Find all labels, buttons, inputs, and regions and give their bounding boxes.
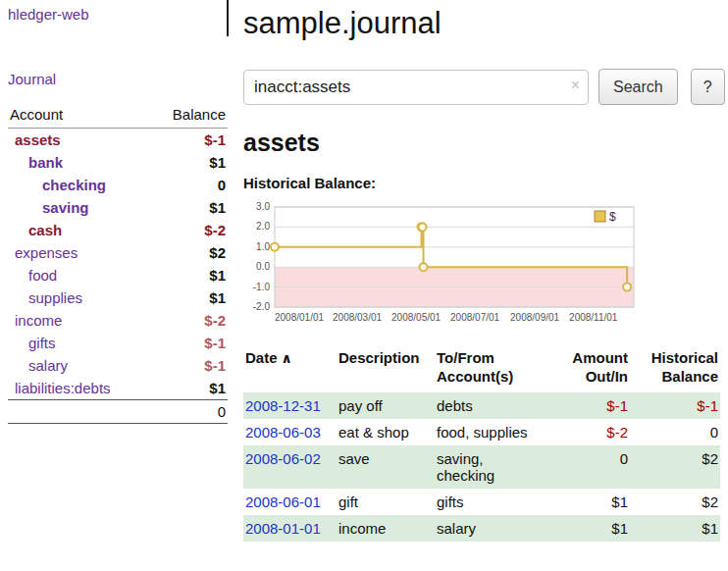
transaction-accounts: salary	[435, 515, 557, 542]
svg-text:2008/07/01: 2008/07/01	[450, 312, 499, 323]
account-link[interactable]: assets	[15, 131, 61, 148]
transaction-balance: 0	[630, 419, 720, 445]
historical-balance-chart: 3.02.01.00.0-1.0-2.02008/01/012008/03/01…	[243, 199, 638, 331]
account-heading: assets	[243, 129, 720, 156]
sidebar: hledger-web Journal Account Balance asse…	[0, 0, 235, 430]
transaction-description: save	[337, 445, 435, 489]
clear-search-icon[interactable]: ×	[571, 78, 580, 93]
register-row: 2008-01-01 income salary $1 $1	[243, 515, 720, 542]
transaction-date-link[interactable]: 2008-01-01	[245, 520, 321, 537]
register-row: 2008-06-02 save saving, checking 0 $2	[243, 445, 720, 489]
register-table: Date∧ Description To/From Account(s) Amo…	[243, 346, 720, 542]
svg-text:0.0: 0.0	[256, 261, 270, 272]
search-bar: × Search ?	[243, 69, 720, 105]
register-row: 2008-06-01 gift gifts $1 $2	[243, 489, 720, 515]
account-link[interactable]: food	[28, 267, 57, 284]
accounts-col-balance: Balance	[150, 104, 228, 129]
register-col-amount: Amount Out/In	[557, 346, 630, 392]
accounts-total-row: 0	[8, 400, 228, 424]
svg-text:2008/01/01: 2008/01/01	[275, 312, 324, 323]
account-row-assets: assets $-1	[8, 129, 228, 152]
account-row-checking: checking 0	[8, 174, 228, 196]
svg-text:2008/03/01: 2008/03/01	[333, 312, 382, 323]
transaction-balance: $-1	[630, 392, 720, 419]
chart-title: Historical Balance:	[243, 175, 720, 191]
transaction-amount: $1	[557, 489, 630, 515]
svg-text:2008/11/01: 2008/11/01	[569, 312, 618, 323]
transaction-accounts: debts	[435, 392, 557, 419]
account-row-food: food $1	[8, 264, 228, 286]
account-row-gifts: gifts $-1	[8, 332, 228, 354]
register-col-date[interactable]: Date∧	[243, 346, 337, 392]
transaction-balance: $1	[630, 515, 720, 542]
account-row-income: income $-2	[8, 309, 228, 332]
transaction-accounts: gifts	[435, 489, 557, 515]
account-link[interactable]: gifts	[28, 335, 56, 351]
sidebar-top-divider	[227, 0, 229, 36]
account-balance: $-1	[150, 129, 228, 152]
account-row-bank: bank $1	[8, 151, 228, 174]
transaction-date-link[interactable]: 2008-12-31	[245, 397, 321, 414]
transaction-accounts: saving, checking	[435, 445, 557, 489]
register-col-accounts: To/From Account(s)	[435, 346, 557, 392]
account-row-salary: salary $-1	[8, 354, 228, 377]
transaction-amount: 0	[557, 445, 630, 489]
transaction-date-link[interactable]: 2008-06-02	[245, 450, 321, 467]
account-link[interactable]: saving	[42, 199, 89, 216]
svg-text:2008/05/01: 2008/05/01	[391, 312, 441, 323]
account-balance: $1	[150, 196, 228, 219]
svg-text:2008/09/01: 2008/09/01	[510, 312, 559, 323]
date-column-label: Date	[245, 349, 278, 366]
accounts-table: Account Balance assets $-1 bank $1 check…	[8, 104, 228, 424]
transaction-amount: $1	[557, 515, 630, 542]
search-button[interactable]: Search	[598, 69, 678, 105]
svg-text:3.0: 3.0	[256, 201, 270, 212]
account-balance: $-2	[150, 219, 228, 241]
account-row-liabilities-debts: liabilities:debts $1	[8, 377, 228, 400]
register-col-description: Description	[337, 346, 435, 392]
account-row-cash: cash $-2	[8, 219, 228, 241]
register-col-balance: Historical Balance	[630, 346, 720, 392]
account-row-saving: saving $1	[8, 196, 228, 219]
account-balance: $-2	[150, 309, 228, 332]
account-balance: $-1	[150, 332, 228, 354]
svg-text:2.0: 2.0	[256, 221, 270, 232]
account-balance: $1	[150, 151, 228, 174]
search-input[interactable]	[243, 70, 589, 105]
search-box: ×	[243, 70, 589, 105]
register-row: 2008-12-31 pay off debts $-1 $-1	[243, 392, 720, 419]
transaction-date-link[interactable]: 2008-06-03	[245, 424, 321, 441]
transaction-description: gift	[337, 489, 435, 515]
accounts-total: 0	[150, 400, 228, 424]
sidebar-item-journal[interactable]: Journal	[8, 71, 56, 87]
svg-text:$: $	[609, 210, 616, 224]
account-link[interactable]: salary	[28, 357, 68, 374]
account-balance: $1	[150, 264, 228, 286]
svg-text:-1.0: -1.0	[253, 282, 271, 292]
account-link[interactable]: checking	[42, 177, 106, 193]
transaction-accounts: food, supplies	[435, 419, 557, 445]
account-link[interactable]: bank	[28, 154, 63, 171]
svg-text:1.0: 1.0	[256, 241, 270, 252]
transaction-balance: $2	[630, 445, 720, 489]
transaction-amount: $-1	[557, 392, 630, 419]
register-header-row: Date∧ Description To/From Account(s) Amo…	[243, 346, 720, 392]
main-content: sample.journal × Search ? assets Histori…	[243, 0, 720, 542]
help-button[interactable]: ?	[691, 69, 725, 105]
account-link[interactable]: income	[15, 312, 62, 329]
account-row-expenses: expenses $2	[8, 241, 228, 264]
accounts-header-row: Account Balance	[8, 104, 228, 129]
app-title-link[interactable]: hledger-web	[8, 6, 89, 23]
transaction-description: eat & shop	[337, 419, 435, 445]
account-balance: $1	[150, 377, 228, 400]
account-link[interactable]: cash	[28, 222, 62, 238]
transaction-amount: $-2	[557, 419, 630, 445]
account-link[interactable]: liabilities:debts	[15, 380, 111, 396]
page-title: sample.journal	[243, 6, 720, 41]
account-link[interactable]: supplies	[28, 289, 82, 306]
transaction-date-link[interactable]: 2008-06-01	[245, 493, 321, 510]
account-link[interactable]: expenses	[15, 244, 78, 261]
account-row-supplies: supplies $1	[8, 286, 228, 309]
accounts-col-account: Account	[8, 104, 150, 129]
transaction-balance: $2	[630, 489, 720, 515]
